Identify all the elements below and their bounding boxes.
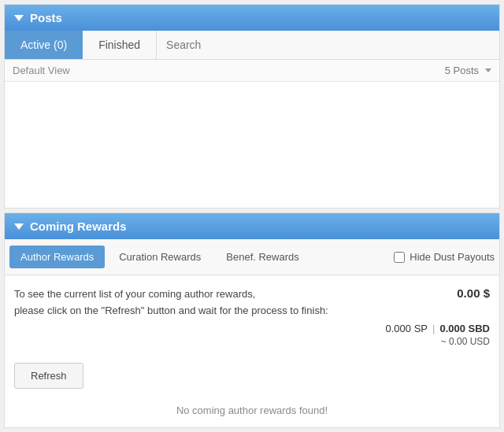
posts-title: Posts bbox=[30, 11, 62, 24]
rewards-description-line1: To see the current list of your coming a… bbox=[14, 286, 328, 303]
rewards-header: Coming Rewards bbox=[5, 213, 499, 239]
posts-tabs-row: Active (0) Finished bbox=[5, 31, 499, 60]
sp-sbd-divider: | bbox=[432, 323, 435, 334]
tab-curation-rewards[interactable]: Curation Rewards bbox=[108, 246, 212, 268]
default-view-label: Default View bbox=[13, 65, 445, 76]
refresh-row: Refresh bbox=[5, 355, 499, 397]
posts-chevron-icon bbox=[14, 15, 24, 21]
no-rewards-row: No coming author rewards found! bbox=[5, 397, 499, 427]
posts-header: Posts bbox=[5, 5, 499, 31]
hide-dust-label[interactable]: Hide Dust Payouts bbox=[394, 251, 495, 263]
tab-active[interactable]: Active (0) bbox=[5, 31, 83, 59]
rewards-sp-row: 0.000 SP | 0.000 SBD bbox=[14, 323, 490, 334]
tab-benef-rewards[interactable]: Benef. Rewards bbox=[215, 246, 310, 268]
hide-dust-text: Hide Dust Payouts bbox=[410, 251, 495, 263]
rewards-tabs-row: Author Rewards Curation Rewards Benef. R… bbox=[5, 239, 499, 275]
rewards-content: To see the current list of your coming a… bbox=[5, 275, 499, 355]
rewards-description-line2: please click on the "Refresh" button and… bbox=[14, 303, 328, 319]
sp-value: 0.000 SP bbox=[386, 323, 428, 334]
posts-count-label: 5 Posts bbox=[445, 65, 479, 76]
rewards-title: Coming Rewards bbox=[30, 220, 127, 233]
refresh-button[interactable]: Refresh bbox=[14, 363, 83, 389]
posts-empty-area bbox=[5, 82, 499, 208]
search-input[interactable] bbox=[157, 31, 499, 59]
rewards-usd-row: ~ 0.00 USD bbox=[14, 336, 490, 347]
tab-author-rewards[interactable]: Author Rewards bbox=[9, 246, 105, 268]
rewards-section: Coming Rewards Author Rewards Curation R… bbox=[4, 212, 500, 428]
filter-row: Default View 5 Posts bbox=[5, 60, 499, 82]
rewards-description: To see the current list of your coming a… bbox=[14, 286, 328, 319]
posts-count: 5 Posts bbox=[445, 65, 491, 76]
no-rewards-text: No coming author rewards found! bbox=[176, 404, 328, 416]
usd-approx: ~ 0.00 USD bbox=[441, 336, 490, 347]
sbd-value: 0.000 SBD bbox=[439, 323, 490, 334]
rewards-top-row: To see the current list of your coming a… bbox=[14, 286, 490, 319]
posts-section: Posts Active (0) Finished Default View 5… bbox=[4, 4, 500, 209]
rewards-chevron-icon bbox=[14, 223, 24, 230]
rewards-amount: 0.00 $ bbox=[457, 286, 490, 300]
tab-finished[interactable]: Finished bbox=[83, 31, 157, 59]
posts-count-chevron-icon bbox=[485, 68, 491, 72]
hide-dust-checkbox[interactable] bbox=[394, 252, 405, 263]
